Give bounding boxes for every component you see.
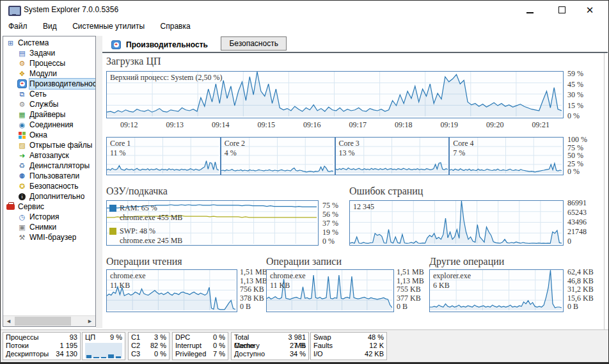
core3-label: Core 3 [339, 139, 360, 148]
sidebar-item-connections[interactable]: ◉Соединения [3, 120, 95, 130]
windows-icon [17, 132, 27, 139]
swap-legend-swatch [109, 228, 116, 235]
minimize-button[interactable] [520, 4, 539, 16]
sidebar-item-wmi-browser[interactable]: ⚒WMI-браузер [3, 232, 95, 242]
app-window: System Explorer 7.0.0.5356 ✕ Файл Вид Си… [0, 0, 609, 364]
tab-security[interactable]: Безопасность [221, 36, 287, 51]
status-panel-processes: Процессы93 Потоки1 195 Дескрипторы34 130 [3, 332, 81, 360]
x-axis-tick: 09:21 [518, 120, 564, 130]
drivers-icon: ▦ [17, 109, 27, 120]
y-axis-tick: 50 % [567, 152, 587, 159]
maximize-button[interactable] [552, 4, 571, 16]
menu-view[interactable]: Вид [36, 19, 63, 31]
y-axis-tick: 46,8 KB [567, 277, 594, 285]
section-title-other-ops: Другие операции [429, 256, 504, 267]
y-axis-tick: 1,51 MB [240, 268, 267, 276]
y-axis-tick: 45 % [567, 81, 583, 88]
read-ops-y-axis: 1,51 MB1,13 MB756 KB378 KB0 B [240, 268, 267, 310]
sidebar-item-network[interactable]: ⧉Сеть [3, 89, 95, 99]
sidebar-item-security[interactable]: ✪Безопасность [3, 181, 95, 191]
close-icon: ✕ [586, 4, 594, 15]
y-axis-tick: 1,51 MB [397, 268, 424, 276]
sidebar-item-windows[interactable]: Окна [3, 130, 95, 140]
section-title-ram-swap: ОЗУ/подкачка [106, 186, 168, 197]
cpu-history-mini-chart [85, 343, 122, 358]
section-title-read-ops: Операции чтения [106, 256, 182, 267]
cpu-history-bar [101, 357, 106, 358]
y-axis-tick: 1,13 MB [397, 277, 424, 285]
x-axis-tick: 09:12 [106, 120, 152, 130]
sidebar-item-tasks[interactable]: ▤Задачи [3, 48, 95, 58]
title-bar[interactable]: System Explorer 7.0.0.5356 ✕ [1, 1, 608, 19]
scroll-right-arrow-icon[interactable]: ► [84, 316, 95, 326]
y-axis-tick: 0 [567, 237, 587, 245]
y-axis-tick: 0 B [240, 303, 267, 310]
uninstallers-icon: ♻ [17, 161, 27, 171]
y-axis-tick: 19 % [322, 228, 338, 236]
scrollbar-thumb[interactable] [15, 317, 71, 326]
y-axis-tick: 378 KB [240, 294, 267, 302]
status-panel-memory: Total Memory3 981 MB Cache27 % Доступно3… [231, 332, 309, 360]
status-panel-kernel: DPC0 % Interrupt0 % Privileged7 % [172, 332, 228, 360]
y-axis-tick: 0 B [567, 303, 594, 310]
sidebar-item-advanced[interactable]: iДополнительно [3, 191, 95, 202]
sidebar-item-processes[interactable]: ⚙Процессы [3, 58, 95, 68]
other-ops-chart: explorer.exe6 KB [429, 269, 564, 312]
modules-icon: ❖ [17, 68, 27, 79]
ram-swap-chart: RAM: 65 % chrome.exe 455 MB SWP: 48 % ch… [106, 200, 319, 246]
close-button[interactable]: ✕ [580, 4, 599, 16]
sidebar-item-snapshots[interactable]: ▣Снимки [3, 222, 95, 232]
core1-chart: Core 111 % [106, 137, 221, 175]
sidebar-item-drivers[interactable]: ▦Драйверы [3, 109, 95, 120]
sidebar-item-open-files[interactable]: ▨Открытые файлы [3, 140, 95, 150]
sidebar-splitter[interactable] [96, 36, 102, 328]
x-axis-tick: 09:13 [152, 120, 198, 130]
section-title-write-ops: Операции записи [266, 256, 342, 267]
x-axis-tick: 09:17 [335, 120, 381, 130]
sidebar-item-autorun[interactable]: ➜Автозапуск [3, 150, 95, 161]
y-axis-tick: 1,13 MB [240, 277, 267, 285]
sidebar-item-performance[interactable]: +Производительность [3, 79, 95, 89]
menu-system-utilities[interactable]: Системные утилиты [66, 19, 151, 31]
ram-y-axis: 75 %56 %37 %19 %0 % [322, 202, 338, 245]
tab-bar: + Производительность Безопасность [102, 35, 608, 53]
y-axis-tick: 0 % [567, 168, 587, 175]
tasks-icon: ▤ [17, 48, 27, 58]
y-axis-tick: 30 % [567, 91, 583, 99]
tab-performance[interactable]: + Производительность [105, 38, 214, 52]
menu-file[interactable]: Файл [1, 19, 34, 31]
core4-value: 7 % [453, 148, 473, 158]
y-axis-tick: 25 % [567, 160, 587, 168]
ram-legend-label: RAM: 65 % [120, 203, 157, 213]
ram-swap-legend: RAM: 65 % chrome.exe 455 MB SWP: 48 % ch… [109, 203, 182, 249]
x-axis-tick: 09:14 [198, 120, 244, 130]
ram-legend-swatch [109, 205, 116, 212]
read-top-process-value: 11 KB [110, 281, 146, 290]
page-faults-chart: 12 345 [349, 200, 564, 246]
cpu-history-bar [86, 355, 91, 358]
cpu-history-bar [93, 357, 99, 358]
sidebar-item-service[interactable]: Сервис [3, 202, 95, 212]
menu-help[interactable]: Справка [154, 19, 197, 31]
scroll-left-arrow-icon[interactable]: ◄ [3, 316, 14, 326]
sidebar-item-services[interactable]: ⚙Службы [3, 99, 95, 109]
core4-label: Core 4 [453, 139, 473, 148]
y-axis-tick: 0 B [397, 303, 424, 310]
y-axis-tick: 31,2 KB [567, 285, 594, 293]
swap-legend-label: SWP: 48 % [120, 226, 155, 236]
other-top-process-label: explorer.exe [433, 271, 471, 280]
core1-label: Core 1 [110, 139, 130, 148]
core-charts-row: Core 111 % Core 24 % Core 313 % Core 47 … [106, 137, 564, 175]
sidebar-item-system[interactable]: ⊞Система [3, 38, 95, 48]
other-ops-y-axis: 62,4 KB46,8 KB31,2 KB15,6 KB0 B [567, 268, 594, 310]
clock-icon: ◷ [17, 212, 27, 222]
sidebar-horizontal-scrollbar[interactable]: ◄ ► [3, 315, 95, 326]
open-files-icon: ▨ [17, 140, 27, 150]
sidebar-item-modules[interactable]: ❖Модули [3, 68, 95, 79]
x-axis-tick: 09:16 [289, 120, 335, 130]
sidebar-item-users[interactable]: ⚉Пользователи [3, 171, 95, 181]
y-axis-tick: 377 KB [397, 294, 424, 302]
write-ops-chart: chrome.exe11 KB [266, 269, 394, 312]
sidebar-item-uninstallers[interactable]: ♻Деинсталляторы [3, 161, 95, 171]
sidebar-item-history[interactable]: ◷История [3, 212, 95, 222]
